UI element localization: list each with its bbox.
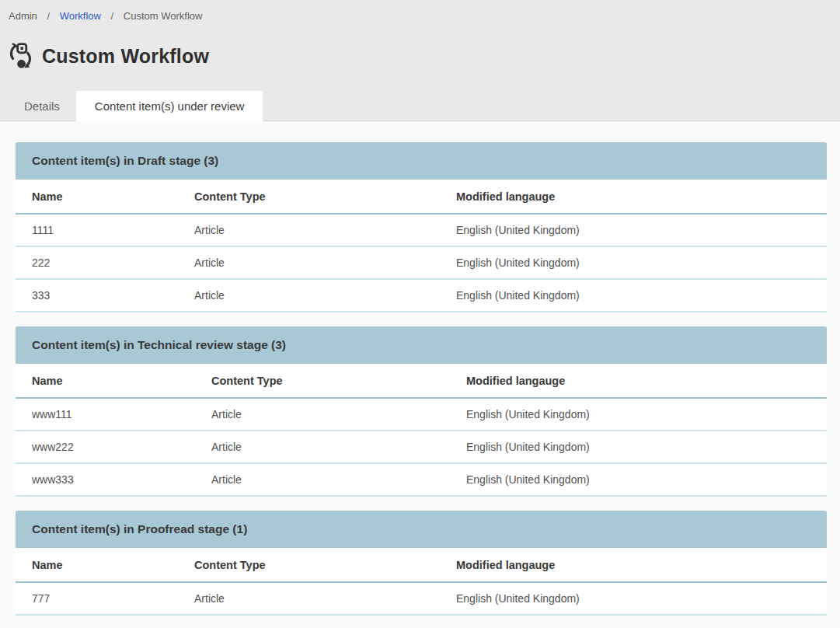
column-header: Modified langauge — [450, 364, 827, 398]
tab-bar: Details Content item(s) under review — [8, 91, 263, 121]
table-row: www111ArticleEnglish (United Kingdom) — [16, 398, 827, 431]
table-header-row: NameContent TypeModified langauge — [16, 180, 827, 214]
tab-details[interactable]: Details — [8, 91, 76, 121]
cell-content-type: Article — [195, 463, 450, 496]
table-header-row: NameContent TypeModified langauge — [16, 548, 827, 582]
cell-modified-language: English (United Kingdom) — [440, 279, 827, 312]
stage-section: Content item(s) in Technical review stag… — [16, 326, 827, 497]
tab-content-items-under-review[interactable]: Content item(s) under review — [76, 91, 263, 121]
cell-content-type: Article — [178, 214, 440, 246]
cell-name: 222 — [16, 246, 178, 279]
content-items-table: NameContent TypeModified langauge777Arti… — [16, 548, 827, 616]
breadcrumb-item-workflow[interactable]: Workflow — [60, 10, 101, 22]
table-header-row: NameContent TypeModified langauge — [16, 364, 827, 398]
column-header: Modified langauge — [440, 548, 827, 582]
page-header: Custom Workflow — [8, 43, 840, 69]
content-items-table: NameContent TypeModified langaugewww111A… — [16, 364, 827, 497]
section-title: Content item(s) in Proofread stage (1) — [16, 511, 827, 548]
column-header: Name — [16, 180, 178, 214]
table-row: 333ArticleEnglish (United Kingdom) — [16, 279, 827, 312]
table-row: 777ArticleEnglish (United Kingdom) — [16, 582, 827, 615]
page-title: Custom Workflow — [42, 45, 209, 68]
workflow-icon — [8, 43, 33, 69]
stage-section: Content item(s) in Proofread stage (1)Na… — [16, 511, 827, 616]
breadcrumb-separator: / — [47, 10, 50, 22]
table-row: 222ArticleEnglish (United Kingdom) — [16, 246, 827, 279]
cell-name: 1111 — [16, 214, 178, 246]
column-header: Name — [16, 364, 195, 398]
breadcrumb-item-current: Custom Workflow — [124, 10, 203, 22]
section-title: Content item(s) in Technical review stag… — [16, 326, 827, 364]
cell-content-type: Article — [178, 582, 440, 615]
table-row: www333ArticleEnglish (United Kingdom) — [16, 463, 827, 496]
cell-name: 333 — [16, 279, 178, 312]
cell-content-type: Article — [178, 246, 440, 279]
column-header: Content Type — [178, 180, 440, 214]
top-bar: Admin / Workflow / Custom Workflow Custo… — [0, 0, 840, 121]
stage-section: Content item(s) in Draft stage (3)NameCo… — [16, 142, 827, 312]
cell-name: 777 — [16, 582, 178, 615]
section-title: Content item(s) in Draft stage (3) — [16, 142, 827, 180]
content-area: Content item(s) in Draft stage (3)NameCo… — [0, 121, 840, 616]
cell-modified-language: English (United Kingdom) — [440, 246, 827, 279]
cell-name: www333 — [16, 463, 195, 496]
content-items-table: NameContent TypeModified langauge1111Art… — [16, 180, 827, 312]
cell-modified-language: English (United Kingdom) — [440, 214, 827, 246]
column-header: Name — [16, 548, 178, 582]
column-header: Modified langauge — [440, 180, 827, 214]
cell-modified-language: English (United Kingdom) — [450, 431, 827, 463]
breadcrumb-separator: / — [111, 10, 114, 22]
column-header: Content Type — [195, 364, 450, 398]
table-row: 1111ArticleEnglish (United Kingdom) — [16, 214, 827, 246]
cell-modified-language: English (United Kingdom) — [450, 463, 827, 496]
cell-content-type: Article — [195, 398, 450, 431]
cell-name: www111 — [16, 398, 195, 431]
cell-content-type: Article — [178, 279, 440, 312]
table-row: www222ArticleEnglish (United Kingdom) — [16, 431, 827, 463]
cell-modified-language: English (United Kingdom) — [440, 582, 827, 615]
cell-content-type: Article — [195, 431, 450, 463]
breadcrumb-item-admin[interactable]: Admin — [9, 10, 37, 22]
cell-name: www222 — [16, 431, 195, 463]
breadcrumb: Admin / Workflow / Custom Workflow — [0, 0, 840, 22]
column-header: Content Type — [178, 548, 440, 582]
cell-modified-language: English (United Kingdom) — [450, 398, 827, 431]
